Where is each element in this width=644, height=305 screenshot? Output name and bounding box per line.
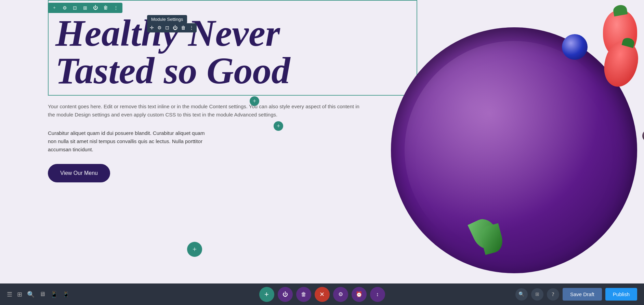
module-settings-label: Module Settings <box>151 17 183 22</box>
tablet-icon[interactable]: 📱 <box>50 291 58 298</box>
section-grid-icon[interactable]: ⊞ <box>81 4 89 12</box>
search-bottom-icon[interactable]: 🔍 <box>27 291 35 298</box>
desktop-icon[interactable]: 🖥 <box>39 291 45 298</box>
section-power-icon[interactable]: ⏻ <box>92 4 99 12</box>
heading-text: Healthy Never Tasted so Good <box>49 11 418 93</box>
power-center-button[interactable]: ⏻ <box>278 287 293 302</box>
bowl-inner-decoration <box>405 41 623 260</box>
delete-center-button[interactable]: 🗑 <box>296 287 311 302</box>
heading-line2: Tasted so Good <box>55 50 290 92</box>
add-module-button-mid[interactable]: + <box>274 121 283 131</box>
module-delete-icon[interactable]: 🗑 <box>181 25 186 31</box>
section-toolbar: + ⚙ ⊡ ⊞ ⏻ 🗑 ⋮ <box>48 3 122 13</box>
bottom-toolbar-right: 🔍 ⊞ ? Save Draft Publish <box>509 288 644 301</box>
body-paragraph-1: Your content goes here. Edit or remove t… <box>48 102 366 119</box>
section-delete-icon[interactable]: 🗑 <box>102 4 109 12</box>
canvas-area: Healthy Never Tasted so Good + ⚙ ⊡ ⊞ ⏻ 🗑… <box>0 0 644 283</box>
section-layout-icon[interactable]: ⊡ <box>71 4 79 12</box>
search-right-icon[interactable]: 🔍 <box>515 288 528 301</box>
strawberry-decoration-2 <box>605 41 642 96</box>
mobile-icon[interactable]: 📱 <box>63 291 69 297</box>
section-add-icon[interactable]: + <box>51 4 58 12</box>
add-section-bottom-button[interactable]: + <box>187 242 202 257</box>
settings-center-button[interactable]: ⚙ <box>333 287 348 302</box>
body-text-area: Your content goes here. Edit or remove t… <box>48 102 366 182</box>
module-power-icon[interactable]: ⏻ <box>173 25 178 31</box>
grid-view-icon[interactable]: ⊞ <box>17 291 22 298</box>
body-paragraph-2: Curabitur aliquet quam id dui posuere bl… <box>48 129 205 154</box>
fruit-decoration-area <box>377 0 644 283</box>
history-center-button[interactable]: ⏰ <box>352 287 367 302</box>
module-settings-icon[interactable]: ⚙ <box>157 25 162 31</box>
content-section: Healthy Never Tasted so Good <box>48 0 417 96</box>
hamburger-icon[interactable]: ☰ <box>7 291 12 298</box>
module-inner-toolbar: ✛ ⚙ ⊡ ⏻ 🗑 ⋮ <box>147 23 197 32</box>
close-center-button[interactable]: ✕ <box>315 287 330 302</box>
publish-button[interactable]: Publish <box>605 288 637 301</box>
module-more-icon[interactable]: ⋮ <box>189 25 194 31</box>
module-settings-tooltip: Module Settings <box>147 15 187 24</box>
blueberry-decoration <box>562 34 588 60</box>
section-more-icon[interactable]: ⋮ <box>112 4 120 12</box>
bottom-toolbar-center: + ⏻ 🗑 ✕ ⚙ ⏰ ↕ <box>259 287 385 302</box>
bottom-toolbar: ☰ ⊞ 🔍 🖥 📱 📱 + ⏻ 🗑 ✕ ⚙ ⏰ ↕ 🔍 ⊞ ? Save Dra… <box>0 283 644 305</box>
add-module-button-heading[interactable]: + <box>250 96 259 106</box>
resize-center-button[interactable]: ↕ <box>370 287 385 302</box>
save-draft-button[interactable]: Save Draft <box>563 288 602 301</box>
view-menu-button[interactable]: View Our Menu <box>48 164 110 182</box>
bottom-toolbar-left: ☰ ⊞ 🔍 🖥 📱 📱 <box>0 291 76 298</box>
help-icon[interactable]: ? <box>547 288 559 301</box>
module-duplicate-icon[interactable]: ⊡ <box>165 25 169 31</box>
layers-icon[interactable]: ⊞ <box>531 288 543 301</box>
add-center-button[interactable]: + <box>259 287 274 302</box>
module-move-icon[interactable]: ✛ <box>150 25 154 31</box>
section-settings-icon[interactable]: ⚙ <box>61 4 68 12</box>
